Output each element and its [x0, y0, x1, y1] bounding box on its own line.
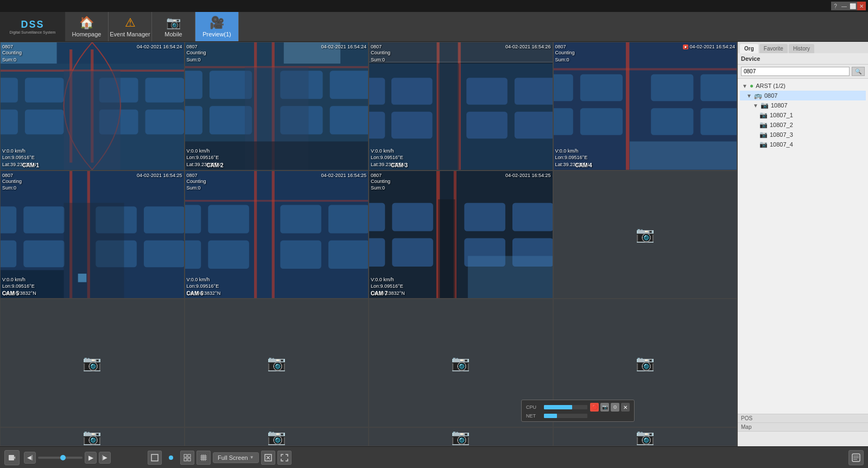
- fullscreen-dropdown-arrow: ▼: [250, 455, 254, 460]
- tab-favorite[interactable]: Favorite: [759, 44, 788, 53]
- tab-org[interactable]: Org: [740, 44, 758, 53]
- camera-cell-3[interactable]: 0807 04-02-2021 16:54:26 Counting Sum:0 …: [369, 42, 553, 170]
- tree-node-0807[interactable]: ▼ 🚌 0807: [740, 91, 866, 100]
- cam2-overlay: 0807 04-02-2021 16:54:24 Counting Sum:0 …: [185, 42, 369, 170]
- fullscreen-label: Full Screen: [218, 454, 248, 461]
- camera-cell-1[interactable]: 0807 04-02-2021 16:54:24 Counting Sum:0 …: [0, 42, 185, 170]
- camera-cell-9[interactable]: 📷: [0, 299, 185, 427]
- tree-label-10807-2: 10807_2: [770, 122, 793, 128]
- nav-event-manager[interactable]: ⚠ Event Manager: [109, 12, 152, 41]
- tree-label-10807-3: 10807_3: [770, 131, 793, 138]
- titlebar-close-btn[interactable]: ✕: [857, 2, 866, 10]
- svg-rect-102: [184, 454, 187, 457]
- tab-history[interactable]: History: [789, 44, 814, 53]
- cam7-overlay: 0807 04-02-2021 16:54:25 Counting Sum:0 …: [369, 171, 553, 299]
- tree-node-10807-4[interactable]: 📷 10807_4: [740, 140, 866, 149]
- info-button[interactable]: [848, 450, 864, 465]
- camera-cell-14[interactable]: 📷: [185, 427, 369, 446]
- camera-cell-16[interactable]: 📷: [553, 427, 738, 446]
- cam3-overlay: 0807 04-02-2021 16:54:26 Counting Sum:0 …: [369, 42, 553, 170]
- cam2-timestamp: 04-02-2021 16:54:24: [321, 44, 366, 49]
- nav-event-label: Event Manager: [110, 31, 150, 37]
- maximize-view-btn[interactable]: [277, 451, 292, 465]
- timeline-dot-indicator: [164, 451, 178, 465]
- record-button[interactable]: [4, 450, 20, 465]
- nav-mobile[interactable]: 📷 Mobile: [152, 12, 195, 41]
- tree-label-arst: ARST (1/2): [756, 83, 785, 89]
- tree-group-icon-arst: ●: [750, 82, 753, 90]
- cpu-icon-2[interactable]: 📷: [600, 403, 609, 412]
- tree-node-10807-2[interactable]: 📷 10807_2: [740, 120, 866, 130]
- cpu-icon-3[interactable]: ⚙: [611, 403, 619, 412]
- tree-label-10807-4: 10807_4: [770, 141, 793, 148]
- cam5-device: 0807: [2, 173, 13, 178]
- mobile-icon: 📷: [166, 16, 181, 30]
- titlebar-help-btn[interactable]: ?: [831, 2, 840, 10]
- grid-4-btn[interactable]: [180, 451, 194, 465]
- camera-cell-15[interactable]: 📷: [369, 427, 553, 446]
- nav-homepage[interactable]: 🏠 Homepage: [65, 12, 109, 41]
- empty-camera-icon-14: 📷: [267, 428, 286, 446]
- prev-frame-btn[interactable]: ◀|: [24, 452, 36, 464]
- nav-mobile-label: Mobile: [164, 31, 182, 37]
- close-status-btn[interactable]: ✕: [621, 403, 630, 412]
- net-bar-track: [544, 414, 587, 418]
- cam2-device: 0807: [187, 44, 198, 49]
- titlebar-maximize-btn[interactable]: ⬜: [848, 2, 857, 10]
- camera-cell-2[interactable]: 0807 04-02-2021 16:54:24 Counting Sum:0 …: [185, 42, 369, 170]
- titlebar-minimize-btn[interactable]: —: [840, 2, 848, 10]
- device-search-input[interactable]: [741, 67, 850, 76]
- logo-area: DSS Digital Surveillance System: [0, 12, 65, 41]
- cpu-icon-1[interactable]: 🔴: [590, 403, 599, 412]
- grid-custom-btn[interactable]: [197, 451, 211, 465]
- grid-layout-controls: Full Screen ▼: [148, 451, 292, 465]
- tree-node-10807-1[interactable]: 📷 10807_1: [740, 110, 866, 120]
- titlebar: ? — ⬜ ✕: [0, 0, 868, 12]
- pos-label[interactable]: POS: [738, 414, 868, 423]
- fullscreen-button[interactable]: Full Screen ▼: [213, 452, 259, 463]
- timeline-playhead[interactable]: [60, 455, 66, 460]
- camera-cell-8[interactable]: 📷: [553, 170, 738, 299]
- cam6-overlay: 0807 04-02-2021 16:54:25 Counting Sum:0 …: [185, 171, 369, 299]
- cam3-name: CAM 3: [391, 162, 408, 168]
- timeline-bar[interactable]: [38, 457, 83, 459]
- fit-screen-btn[interactable]: [261, 451, 275, 465]
- camera-cell-5[interactable]: 0807 04-02-2021 16:54:25 Counting Sum:0 …: [0, 170, 185, 299]
- map-label[interactable]: Map: [738, 423, 868, 432]
- cam6-name: CAM 6: [187, 290, 204, 296]
- play-btn[interactable]: ▶: [85, 452, 97, 464]
- camera-cell-4[interactable]: 0807 ● 04-02-2021 16:54:24 Counting Sum:…: [553, 42, 738, 170]
- tree-node-arst[interactable]: ▼ ● ARST (1/2): [740, 81, 866, 91]
- grid-1x1-btn[interactable]: [148, 451, 162, 465]
- cam1-device: 0807: [2, 44, 13, 49]
- tree-bus-icon-0807: 🚌: [754, 92, 762, 99]
- right-panel: Org Favorite History Device 🔍 ▼ ● ARST (…: [738, 42, 868, 446]
- tree-arrow-0807: ▼: [746, 93, 752, 99]
- camera-cell-7[interactable]: 0807 04-02-2021 16:54:25 Counting Sum:0 …: [369, 170, 553, 299]
- cpu-bar-track: [544, 405, 587, 409]
- tree-cam-icon-10807: 📷: [761, 102, 769, 109]
- tree-cam-icon-10807-1: 📷: [759, 111, 768, 119]
- camera-cell-10[interactable]: 📷: [185, 299, 369, 427]
- nav-preview[interactable]: 🎥 Preview(1): [195, 12, 239, 41]
- cam3-timestamp: 04-02-2021 16:54:26: [505, 44, 551, 49]
- timeline-area: ◀| ▶ |▶: [24, 452, 111, 464]
- cam6-counting: Counting Sum:0: [187, 178, 367, 192]
- cam1-overlay: 0807 04-02-2021 16:54:24 Counting Sum:0 …: [1, 42, 184, 170]
- tree-node-10807-3[interactable]: 📷 10807_3: [740, 130, 866, 140]
- tree-label-10807-1: 10807_1: [770, 112, 793, 118]
- cpu-status-row: CPU 🔴 📷 ⚙ ✕: [526, 403, 630, 412]
- cam7-timestamp: 04-02-2021 16:54:25: [505, 173, 551, 178]
- cam1-name: CAM 1: [22, 162, 39, 168]
- empty-camera-icon-8: 📷: [636, 225, 655, 243]
- camera-cell-13[interactable]: 📷: [0, 427, 185, 446]
- svg-rect-101: [151, 454, 158, 461]
- camera-cell-6[interactable]: 0807 04-02-2021 16:54:25 Counting Sum:0 …: [185, 170, 369, 299]
- device-section-label: Device: [738, 53, 868, 65]
- tree-cam-icon-10807-4: 📷: [759, 141, 768, 148]
- cam4-overlay: 0807 ● 04-02-2021 16:54:24 Counting Sum:…: [554, 42, 737, 170]
- tree-node-10807[interactable]: ▼ 📷 10807: [740, 100, 866, 110]
- next-frame-btn[interactable]: |▶: [99, 452, 111, 464]
- pos-map-area: POS Map: [738, 414, 868, 446]
- device-search-button[interactable]: 🔍: [852, 67, 865, 76]
